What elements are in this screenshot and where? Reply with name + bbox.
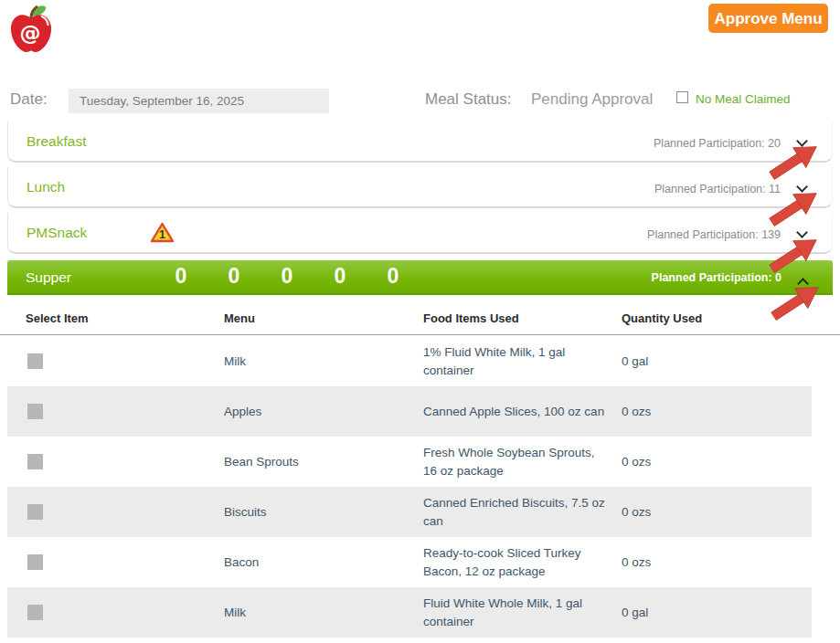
select-item-checkbox[interactable]	[27, 554, 43, 570]
select-item-checkbox[interactable]	[27, 504, 43, 520]
date-label: Date:	[10, 90, 48, 109]
meal-count: 0	[220, 264, 248, 289]
meal-count: 0	[273, 264, 301, 289]
menu-cell: Milk	[224, 603, 398, 621]
planned-participation-text: Planned Participation: 0	[652, 271, 782, 284]
select-item-checkbox[interactable]	[27, 353, 43, 369]
col-header-menu: Menu	[224, 311, 255, 325]
table-row: Bean Sprouts Fresh Whole Soybean Sprouts…	[7, 437, 812, 487]
quantity-cell: 0 ozs	[622, 402, 731, 420]
planned-participation-text: Planned Participation: 20	[654, 137, 781, 150]
food-item-cell: Fluid White Whole Milk, 1 gal container	[423, 594, 606, 631]
warning-count: 1	[159, 228, 165, 241]
select-item-checkbox[interactable]	[27, 454, 43, 469]
apple-at-logo: @	[7, 4, 55, 55]
no-meal-claimed-checkbox[interactable]	[676, 91, 688, 103]
quantity-cell: 0 gal	[622, 603, 731, 621]
chevron-down-icon[interactable]	[796, 181, 808, 193]
meal-count: 0	[326, 264, 354, 289]
planned-participation-text: Planned Participation: 11	[654, 183, 781, 195]
meal-count: 0	[167, 264, 195, 289]
table-row: Bacon Ready-to-cook Sliced Turkey Bacon,…	[7, 537, 812, 587]
meal-name: PMSnack	[27, 225, 87, 241]
date-input[interactable]	[69, 89, 329, 113]
approve-menu-button[interactable]: Approve Menu	[708, 4, 828, 33]
meal-name: Supper	[26, 269, 71, 286]
meal-accordion-supper[interactable]: Supper 0 0 0 0 0 Planned Participation: …	[7, 260, 833, 295]
quantity-cell: 0 ozs	[622, 502, 731, 521]
menu-cell: Biscuits	[224, 502, 398, 521]
meal-status-value: Pending Approval	[531, 90, 653, 109]
planned-participation-text: Planned Participation: 139	[647, 228, 781, 241]
meal-count: 0	[379, 264, 407, 289]
menu-approval-page: @ Approve Menu Date: Meal Status: Pendin…	[0, 0, 840, 643]
table-row: Apples Canned Apple Slices, 100 oz can 0…	[7, 386, 812, 437]
quantity-cell: 0 gal	[622, 352, 731, 370]
food-item-cell: Canned Enriched Biscuits, 7.5 oz can	[423, 493, 606, 531]
quantity-cell: 0 ozs	[622, 452, 731, 470]
select-item-checkbox[interactable]	[27, 404, 43, 419]
food-item-cell: 1% Fluid White Milk, 1 gal container	[423, 343, 606, 380]
meal-accordion-pmsnack[interactable]: PMSnack 1 Planned Participation: 139	[7, 213, 833, 254]
warning-triangle-icon: 1	[150, 222, 175, 247]
table-row: Milk 1% Fluid White Milk, 1 gal containe…	[7, 336, 812, 386]
col-header-select-item: Select Item	[26, 311, 89, 325]
table-row: Milk Fluid White Whole Milk, 1 gal conta…	[7, 587, 812, 638]
food-item-cell: Fresh Whole Soybean Sprouts, 16 oz packa…	[423, 443, 606, 480]
meal-accordion-lunch[interactable]: Lunch Planned Participation: 11	[7, 167, 833, 208]
chevron-down-icon[interactable]	[796, 227, 808, 238]
menu-cell: Milk	[224, 352, 398, 370]
table-row: Biscuits Canned Enriched Biscuits, 7.5 o…	[7, 487, 812, 537]
menu-cell: Bean Sprouts	[224, 452, 398, 470]
select-item-checkbox[interactable]	[27, 605, 43, 620]
quantity-cell: 0 ozs	[622, 553, 731, 571]
menu-cell: Apples	[224, 402, 398, 420]
chevron-up-icon[interactable]	[797, 278, 809, 290]
col-header-food-items: Food Items Used	[423, 311, 519, 325]
meal-name: Lunch	[27, 179, 65, 195]
menu-cell: Bacon	[224, 553, 398, 571]
meal-name: Breakfast	[27, 133, 86, 150]
food-item-cell: Ready-to-cook Sliced Turkey Bacon, 12 oz…	[423, 543, 606, 581]
chevron-down-icon[interactable]	[796, 135, 808, 147]
no-meal-claimed-label: No Meal Claimed	[696, 92, 791, 106]
food-item-cell: Canned Apple Slices, 100 oz can	[423, 402, 606, 420]
meal-status-label: Meal Status:	[425, 90, 512, 109]
col-header-quantity-used: Quantity Used	[622, 311, 702, 325]
svg-text:@: @	[20, 21, 41, 45]
table-header-divider	[0, 334, 840, 335]
food-items-table: Milk 1% Fluid White Milk, 1 gal containe…	[7, 336, 812, 638]
meal-accordion-breakfast[interactable]: Breakfast Planned Participation: 20	[7, 121, 833, 163]
